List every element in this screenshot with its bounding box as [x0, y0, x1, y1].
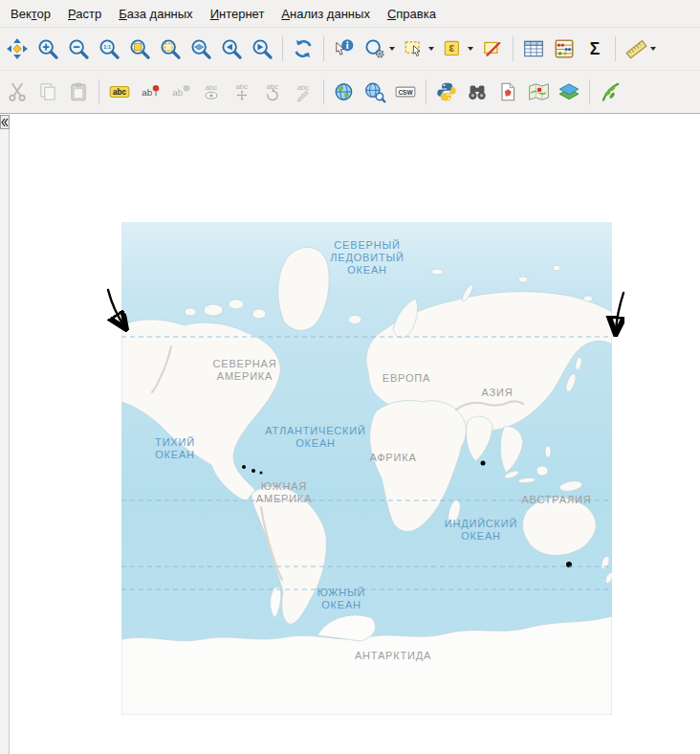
statistics-sigma-label: Σ — [590, 39, 600, 58]
menu-processing[interactable]: Анализ данных — [273, 2, 379, 26]
zoom-last-button[interactable] — [217, 33, 246, 64]
arctic-island — [229, 299, 244, 309]
arctic-island — [252, 309, 266, 319]
island-philippines — [545, 446, 551, 457]
deselect-features-button[interactable] — [478, 33, 507, 64]
measure-dropdown-button[interactable] — [622, 33, 659, 64]
menu-vector[interactable]: Вектор — [2, 2, 59, 26]
dropdown-arrow-icon — [468, 47, 473, 51]
arctic-island — [553, 265, 560, 271]
caribbean-island — [242, 465, 246, 469]
geocoding-map-button[interactable] — [524, 77, 553, 107]
labeling-abc-label: abc — [113, 88, 127, 97]
move-abc-label: abc — [236, 82, 248, 91]
zoom-in-button[interactable] — [33, 33, 62, 64]
attribute-table-button[interactable] — [519, 33, 548, 64]
csw-label: CSW — [398, 88, 413, 95]
quickmapservices-button[interactable] — [555, 77, 583, 107]
panel-collapse-toggle[interactable] — [0, 115, 10, 129]
caribbean-island — [260, 472, 263, 475]
expression-label: ε — [449, 41, 455, 55]
zoom-full-button[interactable] — [125, 33, 154, 64]
highlight-pinned-labels-button[interactable]: ab — [166, 77, 195, 107]
arctic-island — [431, 269, 443, 275]
arctic-island — [204, 304, 223, 316]
menu-help[interactable]: Справка — [379, 2, 445, 26]
island-sri-lanka — [481, 461, 486, 466]
toolbar-separator — [426, 79, 427, 104]
map-tips-button[interactable] — [493, 77, 522, 107]
chevrons-left-icon — [1, 118, 9, 127]
zoom-selection-button[interactable] — [156, 33, 185, 64]
layer-labeling-button[interactable]: abc — [105, 77, 134, 107]
toolbar-separator — [98, 79, 99, 104]
toolbar-separator — [615, 36, 616, 61]
vector-tools-branch-button[interactable] — [596, 77, 624, 107]
arctic-island — [583, 296, 593, 301]
search-binoculars-button[interactable] — [463, 77, 492, 107]
showhide-abc-label: abc — [206, 82, 217, 91]
menubar: ВекторРастрБаза данныхИнтернетАнализ дан… — [0, 0, 700, 28]
spatial-query-dropdown-button[interactable] — [361, 33, 398, 64]
island-iceland — [348, 316, 361, 324]
move-label-button[interactable]: abc — [228, 77, 256, 107]
select-features-dropdown-button[interactable] — [400, 33, 437, 64]
paste-button[interactable] — [64, 77, 93, 107]
highlight-ab-label: ab — [172, 86, 183, 97]
menu-raster[interactable]: Растр — [59, 2, 110, 26]
toolbar-separator — [282, 36, 283, 61]
menu-web[interactable]: Интернет — [202, 2, 273, 26]
metasearch-search-button[interactable] — [361, 77, 389, 107]
rotate-label-button[interactable]: abc — [258, 77, 287, 107]
toolbar-navigation: 1:1 — [0, 28, 700, 70]
toolbar-separator — [323, 36, 324, 61]
zoom-next-button[interactable] — [248, 33, 276, 64]
caribbean-island — [252, 469, 255, 473]
csw-services-button[interactable]: CSW — [391, 77, 420, 107]
zoom-out-button[interactable] — [64, 33, 93, 64]
dropdown-arrow-icon — [650, 47, 656, 51]
change-label-button[interactable]: abc — [289, 77, 317, 107]
menu-database[interactable]: База данных — [110, 2, 201, 26]
toolbar-separator — [513, 36, 514, 61]
cut-button[interactable] — [3, 77, 32, 107]
arctic-island — [518, 277, 528, 282]
field-calculator-button[interactable] — [550, 33, 579, 64]
refresh-button[interactable] — [289, 33, 317, 64]
copy-button[interactable] — [33, 77, 62, 107]
toolbar-separator — [323, 79, 324, 104]
pin-labels-button[interactable]: ab — [136, 77, 164, 107]
pan-map-button[interactable] — [3, 33, 32, 64]
zoom-layer-button[interactable] — [186, 33, 215, 64]
select-by-expression-dropdown-button[interactable]: ε — [439, 33, 476, 64]
collapsed-panel-strip — [0, 115, 10, 754]
python-console-button[interactable] — [432, 77, 461, 107]
dropdown-arrow-icon — [389, 47, 395, 51]
metasearch-button[interactable] — [330, 77, 359, 107]
dropdown-arrow-icon — [428, 47, 434, 51]
zoom-native-button[interactable]: 1:1 — [95, 33, 123, 64]
toolbar-separator — [589, 79, 590, 104]
identify-features-button[interactable] — [330, 33, 359, 64]
zoom-native-label: 1:1 — [103, 44, 111, 50]
change-abc-label: abc — [297, 82, 309, 91]
pin-ab-label: ab — [142, 86, 152, 97]
arctic-island — [185, 308, 196, 316]
island-borneo — [536, 466, 548, 476]
show-hide-labels-button[interactable]: abc — [197, 77, 226, 107]
world-map[interactable]: СЕВЕРНЫЙ ЛЕДОВИТЫЙ ОКЕАНСЕВЕРНАЯ АМЕРИКА… — [121, 222, 612, 715]
statistics-button[interactable]: Σ — [580, 33, 609, 64]
app-chrome: ВекторРастрБаза данныхИнтернетАнализ дан… — [0, 0, 700, 114]
world-map-svg — [121, 222, 612, 715]
toolbar-plugins: abc ab ab abc abc abc abc — [0, 70, 700, 112]
